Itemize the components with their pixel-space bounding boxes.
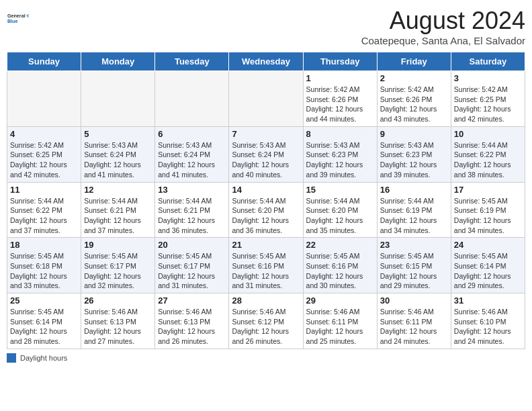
day-header-friday: Friday xyxy=(377,52,451,71)
calendar-cell-1-4 xyxy=(229,71,303,127)
calendar-cell-5-4: 28Sunrise: 5:46 AM Sunset: 6:12 PM Dayli… xyxy=(229,293,303,349)
day-info: Sunrise: 5:44 AM Sunset: 6:22 PM Dayligh… xyxy=(10,196,78,236)
calendar-cell-1-2 xyxy=(81,71,155,127)
day-info: Sunrise: 5:45 AM Sunset: 6:19 PM Dayligh… xyxy=(454,196,522,236)
calendar-cell-3-2: 12Sunrise: 5:44 AM Sunset: 6:21 PM Dayli… xyxy=(81,182,155,238)
legend-color-box xyxy=(7,353,16,363)
day-info: Sunrise: 5:46 AM Sunset: 6:10 PM Dayligh… xyxy=(454,307,522,347)
legend-label: Daylight hours xyxy=(20,354,67,362)
day-info: Sunrise: 5:42 AM Sunset: 6:26 PM Dayligh… xyxy=(380,85,448,124)
day-number: 24 xyxy=(454,240,522,250)
day-number: 30 xyxy=(380,295,448,306)
calendar-cell-1-3 xyxy=(155,71,229,127)
day-number: 13 xyxy=(158,185,226,195)
day-info: Sunrise: 5:43 AM Sunset: 6:24 PM Dayligh… xyxy=(84,140,152,180)
calendar-cell-4-2: 19Sunrise: 5:45 AM Sunset: 6:17 PM Dayli… xyxy=(81,238,155,293)
day-info: Sunrise: 5:46 AM Sunset: 6:11 PM Dayligh… xyxy=(380,307,448,347)
day-number: 17 xyxy=(454,185,522,195)
legend: Daylight hours xyxy=(7,353,525,363)
day-number: 23 xyxy=(380,240,448,250)
day-header-tuesday: Tuesday xyxy=(155,52,229,71)
day-number: 27 xyxy=(158,295,226,306)
week-row-5: 25Sunrise: 5:45 AM Sunset: 6:14 PM Dayli… xyxy=(7,293,525,349)
day-number: 11 xyxy=(10,185,78,195)
day-number: 22 xyxy=(306,240,374,250)
day-info: Sunrise: 5:44 AM Sunset: 6:22 PM Dayligh… xyxy=(454,140,522,180)
day-info: Sunrise: 5:42 AM Sunset: 6:25 PM Dayligh… xyxy=(10,140,78,180)
day-number: 8 xyxy=(306,129,374,139)
calendar-cell-5-6: 30Sunrise: 5:46 AM Sunset: 6:11 PM Dayli… xyxy=(377,293,451,349)
calendar-body: 1Sunrise: 5:42 AM Sunset: 6:26 PM Daylig… xyxy=(7,71,525,349)
calendar-cell-5-5: 29Sunrise: 5:46 AM Sunset: 6:11 PM Dayli… xyxy=(303,293,377,349)
day-info: Sunrise: 5:45 AM Sunset: 6:18 PM Dayligh… xyxy=(10,251,78,291)
calendar-cell-4-5: 22Sunrise: 5:45 AM Sunset: 6:16 PM Dayli… xyxy=(303,238,377,293)
logo-icon: GeneralBlue xyxy=(7,7,31,31)
calendar-cell-4-7: 24Sunrise: 5:45 AM Sunset: 6:14 PM Dayli… xyxy=(451,238,525,293)
day-number: 15 xyxy=(306,185,374,195)
day-number: 6 xyxy=(158,129,226,139)
day-info: Sunrise: 5:45 AM Sunset: 6:17 PM Dayligh… xyxy=(158,251,226,291)
day-number: 1 xyxy=(306,73,374,83)
day-number: 14 xyxy=(232,185,300,195)
day-number: 5 xyxy=(84,129,152,139)
day-number: 12 xyxy=(84,185,152,195)
svg-text:Blue: Blue xyxy=(7,18,18,24)
header: GeneralBlue August 2024 Coatepeque, Sant… xyxy=(7,7,525,46)
calendar-cell-1-7: 3Sunrise: 5:42 AM Sunset: 6:25 PM Daylig… xyxy=(451,71,525,127)
day-number: 16 xyxy=(380,185,448,195)
calendar-cell-4-4: 21Sunrise: 5:45 AM Sunset: 6:16 PM Dayli… xyxy=(229,238,303,293)
day-header-wednesday: Wednesday xyxy=(229,52,303,71)
day-number: 18 xyxy=(10,240,78,250)
day-number: 31 xyxy=(454,295,522,306)
calendar-cell-1-1 xyxy=(7,71,81,127)
calendar-cell-4-1: 18Sunrise: 5:45 AM Sunset: 6:18 PM Dayli… xyxy=(7,238,81,293)
day-header-thursday: Thursday xyxy=(303,52,377,71)
days-header-row: SundayMondayTuesdayWednesdayThursdayFrid… xyxy=(7,52,525,71)
day-info: Sunrise: 5:46 AM Sunset: 6:13 PM Dayligh… xyxy=(158,307,226,347)
calendar-cell-3-3: 13Sunrise: 5:44 AM Sunset: 6:21 PM Dayli… xyxy=(155,182,229,238)
calendar-cell-4-3: 20Sunrise: 5:45 AM Sunset: 6:17 PM Dayli… xyxy=(155,238,229,293)
day-number: 7 xyxy=(232,129,300,139)
day-info: Sunrise: 5:46 AM Sunset: 6:11 PM Dayligh… xyxy=(306,307,374,347)
day-number: 10 xyxy=(454,129,522,139)
calendar-cell-2-1: 4Sunrise: 5:42 AM Sunset: 6:25 PM Daylig… xyxy=(7,126,81,182)
calendar-table: SundayMondayTuesdayWednesdayThursdayFrid… xyxy=(7,52,525,349)
day-number: 3 xyxy=(454,73,522,83)
calendar-cell-5-3: 27Sunrise: 5:46 AM Sunset: 6:13 PM Dayli… xyxy=(155,293,229,349)
day-info: Sunrise: 5:45 AM Sunset: 6:16 PM Dayligh… xyxy=(232,251,300,291)
day-header-monday: Monday xyxy=(81,52,155,71)
day-info: Sunrise: 5:43 AM Sunset: 6:23 PM Dayligh… xyxy=(306,140,374,180)
day-info: Sunrise: 5:42 AM Sunset: 6:25 PM Dayligh… xyxy=(454,85,522,124)
calendar-cell-2-5: 8Sunrise: 5:43 AM Sunset: 6:23 PM Daylig… xyxy=(303,126,377,182)
calendar-cell-5-2: 26Sunrise: 5:46 AM Sunset: 6:13 PM Dayli… xyxy=(81,293,155,349)
day-number: 19 xyxy=(84,240,152,250)
day-info: Sunrise: 5:45 AM Sunset: 6:17 PM Dayligh… xyxy=(84,251,152,291)
page-subtitle: Coatepeque, Santa Ana, El Salvador xyxy=(361,35,525,46)
day-number: 25 xyxy=(10,295,78,306)
calendar-cell-2-6: 9Sunrise: 5:43 AM Sunset: 6:23 PM Daylig… xyxy=(377,126,451,182)
calendar-cell-2-7: 10Sunrise: 5:44 AM Sunset: 6:22 PM Dayli… xyxy=(451,126,525,182)
day-info: Sunrise: 5:44 AM Sunset: 6:20 PM Dayligh… xyxy=(232,196,300,236)
day-info: Sunrise: 5:42 AM Sunset: 6:26 PM Dayligh… xyxy=(306,85,374,124)
day-info: Sunrise: 5:46 AM Sunset: 6:12 PM Dayligh… xyxy=(232,307,300,347)
calendar-cell-2-3: 6Sunrise: 5:43 AM Sunset: 6:24 PM Daylig… xyxy=(155,126,229,182)
calendar-cell-3-5: 15Sunrise: 5:44 AM Sunset: 6:20 PM Dayli… xyxy=(303,182,377,238)
day-info: Sunrise: 5:43 AM Sunset: 6:24 PM Dayligh… xyxy=(232,140,300,180)
day-number: 20 xyxy=(158,240,226,250)
day-info: Sunrise: 5:46 AM Sunset: 6:13 PM Dayligh… xyxy=(84,307,152,347)
day-number: 9 xyxy=(380,129,448,139)
calendar-cell-2-2: 5Sunrise: 5:43 AM Sunset: 6:24 PM Daylig… xyxy=(81,126,155,182)
day-info: Sunrise: 5:45 AM Sunset: 6:15 PM Dayligh… xyxy=(380,251,448,291)
day-number: 2 xyxy=(380,73,448,83)
day-number: 29 xyxy=(306,295,374,306)
calendar-cell-2-4: 7Sunrise: 5:43 AM Sunset: 6:24 PM Daylig… xyxy=(229,126,303,182)
logo: GeneralBlue xyxy=(7,7,31,31)
day-info: Sunrise: 5:45 AM Sunset: 6:14 PM Dayligh… xyxy=(10,307,78,347)
day-number: 21 xyxy=(232,240,300,250)
day-info: Sunrise: 5:43 AM Sunset: 6:24 PM Dayligh… xyxy=(158,140,226,180)
week-row-3: 11Sunrise: 5:44 AM Sunset: 6:22 PM Dayli… xyxy=(7,182,525,238)
day-header-sunday: Sunday xyxy=(7,52,81,71)
day-info: Sunrise: 5:45 AM Sunset: 6:14 PM Dayligh… xyxy=(454,251,522,291)
day-info: Sunrise: 5:44 AM Sunset: 6:19 PM Dayligh… xyxy=(380,196,448,236)
week-row-4: 18Sunrise: 5:45 AM Sunset: 6:18 PM Dayli… xyxy=(7,238,525,293)
